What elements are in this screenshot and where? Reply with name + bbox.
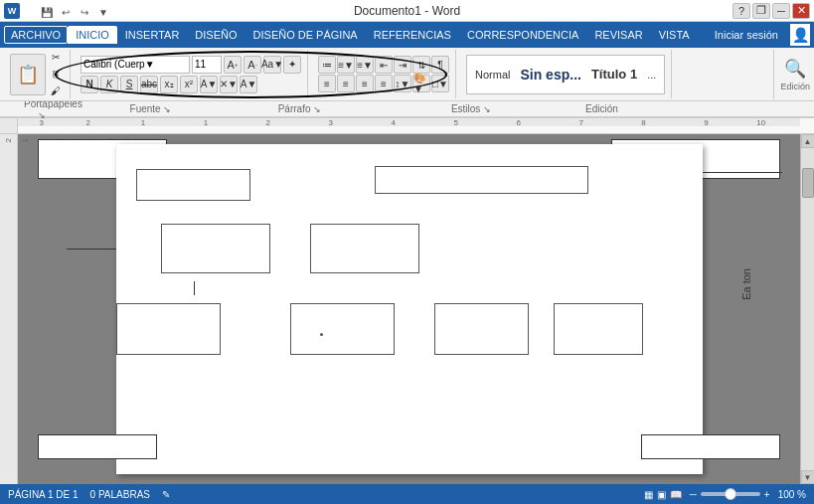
superscript-btn[interactable]: x²: [180, 76, 198, 93]
view-read-btn[interactable]: 📖: [670, 489, 682, 500]
font-section: A+ A- Aa▼ ✦ N K S abc x₂ x² A▼ ✕▼: [75, 50, 308, 98]
content-box-1: [136, 169, 250, 201]
ea-ton-label: Ea ton: [740, 268, 752, 300]
ruler: 3 2 1 1 2 3 4 5 6 7 8 9 10: [0, 118, 814, 134]
signin-button[interactable]: Iniciar sesión: [707, 26, 786, 44]
zoom-minus-btn[interactable]: ─: [690, 489, 697, 500]
view-layout-btn[interactable]: ▣: [657, 489, 666, 500]
scroll-thumb[interactable]: [802, 168, 814, 198]
slider-track[interactable]: [701, 492, 760, 496]
content-box-5: [116, 303, 221, 355]
customize-btn[interactable]: ▼: [95, 5, 111, 21]
scroll-down-button[interactable]: ▼: [801, 470, 815, 484]
redo-btn[interactable]: ↪: [77, 5, 92, 21]
undo-btn[interactable]: ↩: [58, 5, 74, 21]
save-btn[interactable]: 💾: [39, 5, 55, 21]
align-right-btn[interactable]: ≡: [356, 75, 374, 92]
copy-button[interactable]: ⎘: [48, 67, 64, 83]
portapapeles-section: 📋 ✂ ⎘ 🖌: [4, 50, 71, 98]
annotation-arrow-2: [703, 172, 782, 173]
clear-format-btn[interactable]: ✦: [283, 56, 301, 74]
menu-vista[interactable]: VISTA: [651, 26, 698, 44]
increase-indent-btn[interactable]: ⇥: [394, 56, 411, 74]
vertical-scrollbar[interactable]: ▲ ▼: [800, 134, 814, 484]
numbering-btn[interactable]: ≡▼: [337, 56, 355, 74]
ribbon: ARCHIVO INICIO INSERTAR DISEÑO DISEÑO DE…: [0, 22, 814, 118]
minimize-button[interactable]: ─: [772, 3, 790, 19]
increase-font-btn[interactable]: A+: [224, 56, 242, 74]
paste-button[interactable]: 📋: [10, 54, 46, 95]
doc-container[interactable]: Ea ton: [18, 134, 800, 484]
font-size-input[interactable]: [192, 56, 222, 74]
style-gallery: Normal Sin esp... Título 1 ...: [466, 55, 665, 94]
menu-archivo[interactable]: ARCHIVO: [4, 26, 68, 44]
menu-inicio[interactable]: INICIO: [68, 26, 117, 44]
annotation-bottom-left: [38, 434, 157, 459]
font-color-btn[interactable]: A▼: [240, 76, 257, 93]
slider-thumb[interactable]: [725, 488, 736, 500]
close-button[interactable]: ✕: [792, 3, 810, 19]
text-effects-btn[interactable]: A▼: [200, 76, 218, 93]
document-page[interactable]: Ea ton: [116, 144, 703, 474]
zoom-slider[interactable]: ─ +: [690, 489, 770, 500]
borders-btn[interactable]: □▼: [431, 75, 449, 92]
style-heading2[interactable]: Título 1: [587, 65, 641, 84]
decrease-indent-btn[interactable]: ⇤: [375, 56, 393, 74]
style-next[interactable]: ...: [643, 67, 660, 83]
line-spacing-btn[interactable]: ↕▼: [394, 75, 411, 92]
edicion-label: Edición: [780, 82, 810, 91]
zoom-plus-btn[interactable]: +: [764, 489, 770, 500]
italic-button[interactable]: K: [100, 76, 118, 93]
zoom-level: 100 %: [778, 489, 806, 500]
bullets-btn[interactable]: ≔: [318, 56, 336, 74]
cursor: [194, 281, 195, 295]
content-box-6: [290, 303, 395, 355]
align-left-btn[interactable]: ≡: [318, 75, 336, 92]
multilevel-btn[interactable]: ≡▼: [356, 56, 374, 74]
app-icon: W: [4, 3, 20, 19]
subscript-btn[interactable]: x₂: [160, 76, 178, 93]
menu-diseno[interactable]: DISEÑO: [187, 26, 244, 44]
style-heading1[interactable]: Sin esp...: [516, 65, 584, 84]
user-icon: 👤: [790, 24, 810, 46]
sort-btn[interactable]: ⇅: [412, 56, 430, 74]
menu-bar-right: Iniciar sesión 👤: [707, 24, 810, 46]
scroll-up-button[interactable]: ▲: [801, 134, 815, 148]
paragraph-section: ≔ ≡▼ ≡▼ ⇤ ⇥ ⇅ ¶ ≡ ≡ ≡ ≡ ↕▼ 🎨▼: [312, 50, 456, 98]
underline-button[interactable]: S: [120, 76, 138, 93]
show-marks-btn[interactable]: ¶: [431, 56, 449, 74]
decrease-font-btn[interactable]: A-: [244, 56, 261, 74]
menu-referencias[interactable]: REFERENCIAS: [366, 26, 459, 44]
edit-icon[interactable]: ✎: [162, 489, 170, 500]
font-name-input[interactable]: [81, 56, 190, 74]
label-estilos: Estilos ↘: [377, 103, 566, 114]
restore-button[interactable]: ❐: [752, 3, 770, 19]
status-bar-right: ▦ ▣ 📖 ─ + 100 %: [644, 489, 806, 500]
window-title: Documento1 - Word: [354, 4, 460, 18]
styles-section: Normal Sin esp... Título 1 ...: [460, 50, 672, 98]
view-normal-btn[interactable]: ▦: [644, 489, 653, 500]
content-box-3: [161, 224, 270, 273]
quick-access-toolbar: 💾 ↩ ↪ ▼: [39, 5, 111, 21]
menu-revisar[interactable]: REVISAR: [586, 26, 650, 44]
cut-button[interactable]: ✂: [48, 50, 64, 66]
align-center-btn[interactable]: ≡: [337, 75, 355, 92]
change-case-btn[interactable]: Aa▼: [263, 56, 281, 74]
menu-bar: ARCHIVO INICIO INSERTAR DISEÑO DISEÑO DE…: [0, 22, 814, 48]
text-highlight-btn[interactable]: ✕▼: [220, 76, 238, 93]
bold-button[interactable]: N: [81, 76, 98, 93]
menu-diseno-pagina[interactable]: DISEÑO DE PÁGINA: [245, 26, 366, 44]
help-button[interactable]: ?: [733, 3, 750, 19]
menu-insertar[interactable]: INSERTAR: [117, 26, 188, 44]
strikethrough-button[interactable]: abc: [140, 76, 158, 93]
status-bar: PÁGINA 1 DE 1 0 PALABRAS ✎ ▦ ▣ 📖 ─ + 100…: [0, 484, 814, 504]
style-normal[interactable]: Normal: [471, 67, 514, 83]
justify-btn[interactable]: ≡: [375, 75, 393, 92]
menu-correspondencia[interactable]: CORRESPONDENCIA: [459, 26, 586, 44]
content-dot: [320, 333, 323, 336]
shading-btn[interactable]: 🎨▼: [412, 75, 430, 92]
find-button[interactable]: 🔍: [784, 58, 806, 80]
annotation-arrow-row2: [67, 249, 116, 250]
format-painter-button[interactable]: 🖌: [48, 84, 64, 99]
edicion-section: 🔍 Edición: [773, 50, 810, 99]
